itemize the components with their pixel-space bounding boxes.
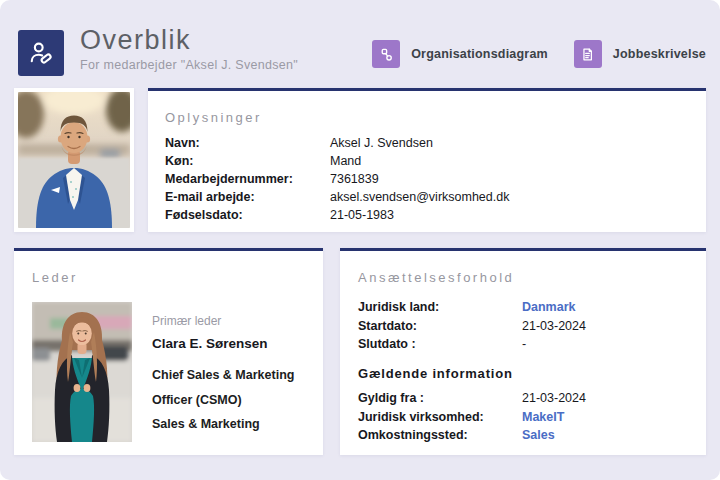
field-label: Juridisk virksomhed: [358,411,522,424]
document-icon [574,40,602,68]
jobbeskrivelse-label: Jobbeskrivelse [613,47,706,61]
leader-job-title: Chief Sales & Marketing Officer (CSMO) [152,363,302,413]
header-actions: Organisationsdiagram Jobbeskrivelse [372,40,706,68]
gaeldende-information-heading: Gældende information [358,366,686,381]
info-card: Oplysninger Navn: Aksel J. Svendsen Køn:… [148,88,706,232]
info-row-koen: Køn: Mand [165,155,686,168]
field-value: Aksel J. Svendsen [330,137,433,150]
leader-card-title: Leder [32,270,305,285]
employee-overview-screen: Overblik For medarbejder "Aksel J. Svend… [0,0,720,480]
manager-photo [32,302,132,442]
employee-photo-card [14,88,134,232]
employment-card-title: Ansættelsesforhold [358,270,686,285]
field-label: Startdato: [358,320,522,333]
field-value: 7361839 [330,173,379,186]
info-row-navn: Navn: Aksel J. Svendsen [165,137,686,150]
field-label: Juridisk land: [358,301,522,314]
field-value: 21-03-2024 [522,320,586,333]
juridisk-virksomhed-link[interactable]: MakeIT [522,411,564,424]
employment-row-startdato: Startdato: 21-03-2024 [358,320,686,333]
field-label: E-mail arbejde: [165,191,330,204]
field-value: - [522,338,526,351]
field-value: 21-05-1983 [330,209,394,222]
page-title: Overblik [80,25,298,55]
employment-row-omkostningssted: Omkostningssted: Sales [358,429,686,442]
info-row-email: E-mail arbejde: aksel.svendsen@virksomhe… [165,191,686,204]
primary-leader-label: Primær leder [152,314,302,328]
employment-row-juridisk-virksomhed: Juridisk virksomhed: MakeIT [358,411,686,424]
employment-row-gyldig-fra: Gyldig fra : 21-03-2024 [358,392,686,405]
employment-card: Ansættelsesforhold Juridisk land: Danmar… [340,248,706,455]
info-card-title: Oplysninger [165,110,686,125]
jobbeskrivelse-button[interactable]: Jobbeskrivelse [574,40,706,68]
field-label: Slutdato : [358,338,522,351]
field-label: Omkostningssted: [358,429,522,442]
info-row-foedselsdato: Fødselsdato: 21-05-1983 [165,209,686,222]
field-value: Mand [330,155,361,168]
field-label: Medarbejdernummer: [165,173,330,186]
field-value: aksel.svendsen@virksomhed.dk [330,191,509,204]
omkostningssted-link[interactable]: Sales [522,429,555,442]
org-chart-icon [372,40,400,68]
field-label: Navn: [165,137,330,150]
field-value: 21-03-2024 [522,392,586,405]
leader-department: Sales & Marketing [152,417,302,431]
organisationsdiagram-label: Organisationsdiagram [411,47,548,61]
leader-card: Leder [14,248,323,455]
employment-row-slutdato: Slutdato : - [358,338,686,351]
organisationsdiagram-button[interactable]: Organisationsdiagram [372,40,548,68]
info-row-medarbejdernummer: Medarbejdernummer: 7361839 [165,173,686,186]
juridisk-land-link[interactable]: Danmark [522,301,576,314]
leader-name: Clara E. Sørensen [152,336,302,351]
field-label: Køn: [165,155,330,168]
field-label: Gyldig fra : [358,392,522,405]
page-subtitle: For medarbejder "Aksel J. Svendsen" [80,58,298,72]
person-edit-icon [18,30,64,76]
page-title-block: Overblik For medarbejder "Aksel J. Svend… [80,25,298,72]
field-label: Fødselsdato: [165,209,330,222]
employee-photo [18,92,130,228]
employment-row-juridisk-land: Juridisk land: Danmark [358,301,686,314]
